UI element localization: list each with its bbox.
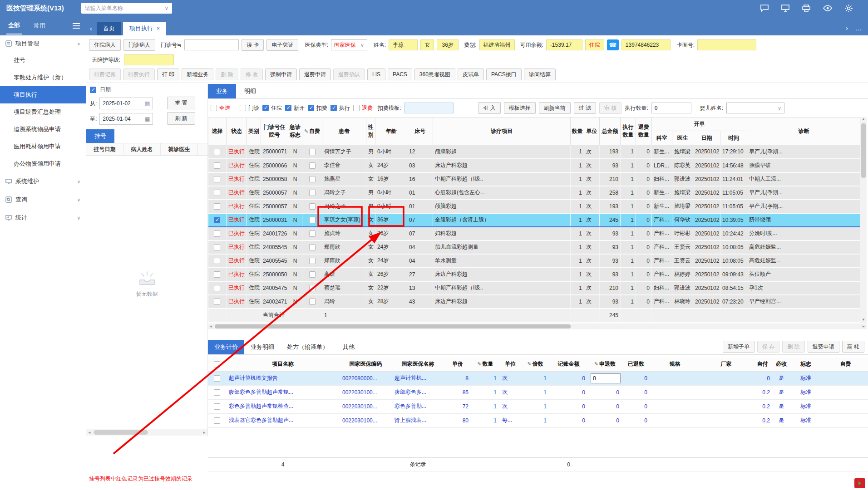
scroll-right-icon[interactable]: ► (861, 324, 867, 328)
tab-common[interactable]: 常用 (34, 22, 45, 30)
outpatient-button[interactable]: 门诊病人 (123, 39, 155, 51)
filter-inpatient[interactable]: 住院 (262, 104, 282, 112)
filter-refund[interactable]: 退费 (353, 104, 373, 112)
sidebar-group-stats[interactable]: 统计 ∨ (0, 209, 86, 227)
charge-execute-button[interactable]: 扣费执行 (123, 69, 155, 80)
row-checkbox[interactable] (309, 285, 316, 291)
table-row[interactable]: 已执行住院24005475N蔡楚瑶女22岁13中期产科彩超（Ⅰ级..1次2101… (208, 281, 861, 295)
table-row[interactable]: 彩色多普勒超声常规检查...0022030100...彩色多普勒...721次1… (208, 399, 868, 413)
skin-test-button[interactable]: 皮试单 (458, 69, 484, 80)
execute-checkbox[interactable] (330, 105, 337, 111)
to-date-input[interactable]: 2025-01-04 ▦ (99, 113, 153, 125)
baby-name-select[interactable]: ∨ (726, 103, 784, 113)
row-checkbox[interactable] (214, 417, 220, 424)
eye-icon[interactable] (823, 5, 832, 11)
table-row[interactable]: 当前合计1245 (208, 309, 861, 322)
charge-checkbox[interactable] (308, 105, 314, 111)
row-checkbox[interactable] (309, 203, 316, 210)
refund-apply-item-button[interactable]: 退费申请 (808, 341, 839, 353)
sidebar-item-project-execute[interactable]: 项目执行 (0, 86, 86, 103)
table-row[interactable]: 已执行住院25000031N李琼之女(李琼)女36岁07全腹彩超（含肾上腺）1次… (208, 213, 861, 227)
exec-qty-input[interactable] (651, 103, 691, 113)
inpatient-button[interactable]: 住院病人 (89, 39, 121, 51)
monitor-icon[interactable] (781, 5, 789, 12)
import-button[interactable]: 引 入 (478, 102, 500, 114)
row-checkbox[interactable] (214, 271, 220, 278)
filter-select-all[interactable]: 全选 (211, 104, 230, 112)
row-checkbox[interactable] (309, 271, 316, 278)
phone-icon[interactable]: ☎ (607, 39, 619, 50)
row-checkbox[interactable] (214, 203, 220, 210)
template-input[interactable] (404, 103, 454, 113)
filter-outpatient[interactable]: 门诊 (240, 104, 259, 112)
sidebar-group-system[interactable]: 系统维护 ∨ (0, 172, 86, 191)
table-row[interactable]: 已执行住院25000058N施燕星女16岁16中期产科彩超（Ⅰ级..1次2101… (208, 172, 861, 186)
row-checkbox[interactable] (309, 299, 316, 305)
menu-collapse-icon[interactable] (73, 23, 80, 29)
delete-button[interactable]: 删 除 (216, 69, 238, 80)
sidebar-item-prescription-maintain[interactable]: 零散处方维护（新） (0, 69, 86, 86)
delete-item-button[interactable]: 删 除 (782, 341, 804, 353)
add-suborder-button[interactable]: 新增子单 (723, 341, 755, 353)
clinic-settle-button[interactable]: 诊间结算 (524, 69, 556, 80)
gear-icon[interactable] (845, 5, 853, 12)
refresh-button[interactable]: 刷 新 (167, 112, 195, 125)
row-checkbox[interactable] (214, 258, 220, 264)
scroll-left-icon[interactable]: ◄ (86, 431, 93, 435)
tab-business-pricing[interactable]: 业务计价 (208, 340, 244, 354)
scroll-right-icon[interactable]: ► (201, 431, 207, 435)
pacs-button[interactable]: PACS (388, 69, 412, 80)
insurance-type-select[interactable]: 国家医保 ∨ (331, 39, 367, 50)
tab-other[interactable]: 其他 (335, 340, 363, 354)
modify-button[interactable]: 修 改 (241, 69, 263, 80)
registration-hscrollbar[interactable]: ◄ ► (86, 429, 207, 436)
row-checkbox[interactable] (309, 258, 316, 264)
filter-new[interactable]: 新开 (285, 104, 305, 112)
sidebar-item-trace-apply[interactable]: 追溯系统物品申请 (0, 121, 86, 138)
row-checkbox[interactable] (214, 190, 220, 196)
high-consumable-button[interactable]: 高 耗 (842, 341, 864, 353)
row-checkbox[interactable] (309, 230, 316, 237)
sidebar-item-office-apply[interactable]: 办公物资领用申请 (0, 155, 86, 172)
read-card-button[interactable]: 读 卡 (242, 39, 264, 51)
row-checkbox[interactable] (309, 217, 316, 223)
execution-hscrollbar[interactable]: ◄ ► (208, 323, 867, 329)
select-all-checkbox[interactable] (211, 105, 217, 111)
table-row[interactable]: 已执行住院24001726N施贞玲女26岁07妇科彩超1次9310产科...吁彬… (208, 227, 861, 240)
refresh-current-button[interactable]: 刷新当前 (539, 102, 571, 114)
back-chevron-icon[interactable]: ‹ (90, 24, 92, 32)
scrollbar-thumb[interactable] (215, 324, 571, 328)
sidebar-item-consumable-apply[interactable]: 医用耗材领用申请 (0, 138, 86, 155)
table-row[interactable]: 腹部彩色多普勒超声常规...0022030100...腹部彩色多...851次1… (208, 385, 868, 399)
sidebar-item-refund-summary[interactable]: 项目退费汇总处理 (0, 103, 86, 121)
header-checkbox[interactable] (214, 361, 220, 368)
filter-button[interactable]: 过 滤 (574, 102, 596, 114)
tab-project-execute[interactable]: 项目执行 × (123, 22, 166, 35)
table-row[interactable]: 已执行住院24002471N冯玲女28岁43床边产科彩超1次9310产科...林… (208, 295, 861, 309)
menu-search-input[interactable]: 请输入菜单名称 ∨ (81, 3, 172, 14)
table-row[interactable]: 已执行住院24005545N郑雨欣女24岁04羊水测量1次9310产科...王贤… (208, 254, 861, 268)
table-row[interactable]: 已执行住院25000050N高婕女26岁27床边产科彩超1次9310产科...林… (208, 268, 861, 281)
scroll-left-icon[interactable]: ◄ (208, 324, 214, 328)
row-checkbox[interactable] (214, 375, 220, 382)
tab-home[interactable]: 首页 (97, 22, 121, 35)
row-checkbox[interactable] (214, 162, 220, 169)
row-checkbox[interactable] (214, 230, 220, 237)
from-date-input[interactable]: 2025-01-02 ▦ (99, 98, 153, 109)
table-row[interactable]: 超声计算机图文报告0022080000...超声计算机...81次1000是标准 (208, 371, 868, 385)
scroll-down-icon[interactable]: ▼ (860, 318, 867, 323)
row-checkbox[interactable] (214, 149, 220, 155)
table-row[interactable]: 已执行住院25000071N何情芳之子男0小时12颅脑彩超1次19310新生..… (208, 145, 861, 159)
table-row[interactable]: 已执行住院25000057N冯玲之子男0小时01颅脑彩超1次19310新生...… (208, 200, 861, 213)
chat-icon[interactable] (760, 5, 769, 12)
inpatient-checkbox[interactable] (262, 105, 269, 111)
row-checkbox[interactable] (309, 244, 316, 250)
tab-business-detail[interactable]: 业务明细 (244, 340, 281, 354)
charge-account-button[interactable]: 扣费记账 (89, 69, 121, 80)
outpatient-checkbox[interactable] (240, 105, 246, 111)
filter-execute[interactable]: 执行 (330, 104, 350, 112)
table-row[interactable]: 已执行住院25000057N冯玲之子男0小时01心脏彩超(包含左心...1次25… (208, 186, 861, 200)
row-checkbox[interactable] (214, 176, 220, 182)
close-icon[interactable]: × (157, 25, 160, 32)
filter-charge[interactable]: 扣费 (308, 104, 327, 112)
